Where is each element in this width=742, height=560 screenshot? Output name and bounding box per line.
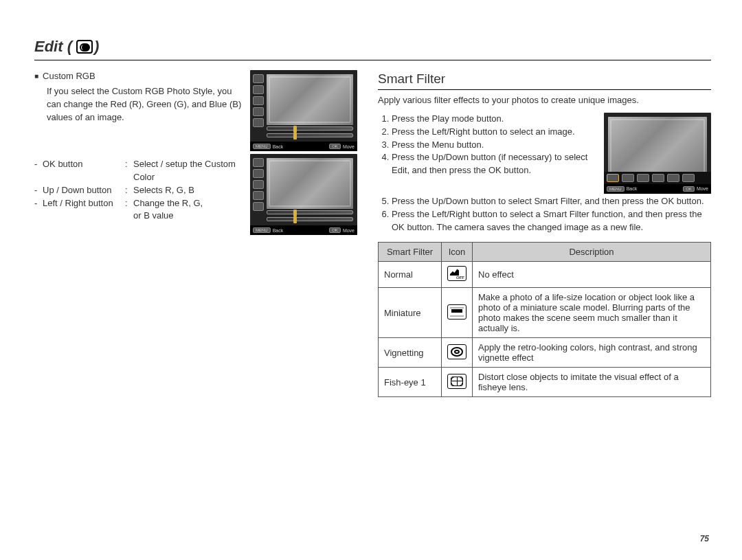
- camscreen-photo: [608, 117, 707, 177]
- edit-mode-icon: [75, 40, 94, 54]
- left-column: Custom RGB If you select the Custom RGB …: [34, 70, 357, 397]
- table-row: Normal No effect: [379, 262, 711, 288]
- move-label: Move: [343, 228, 355, 233]
- rgb-sliders: [267, 126, 353, 137]
- right-column: Smart Filter Apply various filter effect…: [378, 70, 711, 397]
- step-item: Press the Menu button.: [392, 139, 592, 152]
- filter-name: Normal: [379, 262, 442, 288]
- table-row: Miniature Make a photo of a life-size lo…: [379, 288, 711, 338]
- camscreen-rgb-color: MENUBack OKMove: [250, 154, 357, 235]
- page-title: Edit ( ): [34, 38, 711, 60]
- updown-button-desc: Selects R, G, B: [133, 184, 242, 197]
- table-row: Vignetting Apply the retro-looking color…: [379, 338, 711, 368]
- rgb-sliders: [267, 210, 353, 221]
- camscreen-side-icons: [253, 158, 264, 211]
- table-row: Fish-eye 1 Distort close objects to imit…: [379, 368, 711, 397]
- ok-tag: OK: [329, 144, 341, 149]
- camscreen-bottombar: MENUBack OKMove: [250, 225, 357, 235]
- ok-button-desc-2: Color: [133, 171, 242, 184]
- menu-tag: MENU: [253, 227, 271, 233]
- fish-eye-icon: [447, 374, 466, 389]
- back-label: Back: [273, 228, 284, 233]
- filter-name: Fish-eye 1: [379, 368, 442, 397]
- filter-name: Vignetting: [379, 338, 442, 368]
- camscreen-bottombar: MENUBack OKMove: [250, 142, 357, 151]
- camscreen-side-icons: [253, 74, 264, 127]
- title-suffix: ): [94, 38, 99, 56]
- vignetting-icon: [447, 344, 466, 359]
- th-icon: Icon: [442, 243, 473, 262]
- ok-button-label: OK button: [43, 158, 125, 171]
- step-item: Press the Play mode button.: [392, 113, 592, 126]
- title-prefix: Edit (: [34, 38, 72, 56]
- steps-list-b: Press the Up/Down button to select Smart…: [378, 195, 711, 234]
- ok-tag: OK: [329, 227, 341, 233]
- updown-button-label: Up / Down button: [43, 184, 125, 197]
- filter-name: Miniature: [379, 288, 442, 338]
- miniature-icon: [447, 304, 466, 320]
- menu-tag: MENU: [607, 186, 625, 192]
- smart-filter-heading: Smart Filter: [378, 71, 711, 90]
- smart-filter-table: Smart Filter Icon Description Normal No …: [378, 242, 711, 397]
- step-item: Press the Up/Down button to select Smart…: [392, 195, 711, 208]
- steps-list-a: Press the Play mode button. Press the Le…: [378, 113, 592, 177]
- leftright-button-desc-2: or B value: [133, 210, 242, 223]
- leftright-button-label: Left / Right button: [43, 197, 125, 210]
- custom-rgb-heading: Custom RGB: [34, 70, 242, 83]
- ok-button-desc: Select / setup the Custom: [133, 158, 242, 171]
- step-item: Press the Up/Down button (if necessary) …: [392, 151, 592, 177]
- filter-icon-cell: [442, 288, 473, 338]
- smart-filter-intro: Apply various filter effects to your pho…: [378, 94, 711, 107]
- back-label: Back: [627, 186, 638, 191]
- normal-off-icon: [447, 266, 466, 281]
- leftright-button-desc: Change the R, G,: [133, 197, 242, 210]
- button-list: - OK button : Select / setup the Custom …: [34, 158, 242, 223]
- camscreen-photo: [267, 158, 353, 209]
- camscreen-photo: [267, 74, 353, 125]
- filter-icon-cell: [442, 338, 473, 368]
- back-label: Back: [273, 144, 284, 149]
- ok-tag: OK: [683, 186, 695, 192]
- filter-desc: No effect: [473, 262, 711, 288]
- filter-desc: Apply the retro-looking colors, high con…: [473, 338, 711, 368]
- move-label: Move: [343, 144, 355, 149]
- page-number: 75: [700, 534, 709, 544]
- filter-icon-cell: [442, 368, 473, 397]
- camscreen-smart-filter: Smart Filter MENUBack OKMove: [604, 113, 711, 194]
- filter-desc: Distort close objects to imitate the vis…: [473, 368, 711, 397]
- filter-thumb-strip: [604, 172, 711, 184]
- filter-desc: Make a photo of a life-size location or …: [473, 288, 711, 338]
- th-desc: Description: [473, 243, 711, 262]
- camscreen-rgb-preview: MENUBack OKMove: [250, 70, 357, 151]
- step-item: Press the Left/Right button to select a …: [392, 208, 711, 234]
- custom-rgb-paragraph: If you select the Custom RGB Photo Style…: [34, 85, 242, 124]
- step-item: Press the Left/Right button to select an…: [392, 126, 592, 139]
- move-label: Move: [697, 186, 708, 191]
- camscreen-bottombar: MENUBack OKMove: [604, 184, 711, 194]
- menu-tag: MENU: [253, 144, 271, 149]
- filter-icon-cell: [442, 262, 473, 288]
- th-name: Smart Filter: [379, 243, 442, 262]
